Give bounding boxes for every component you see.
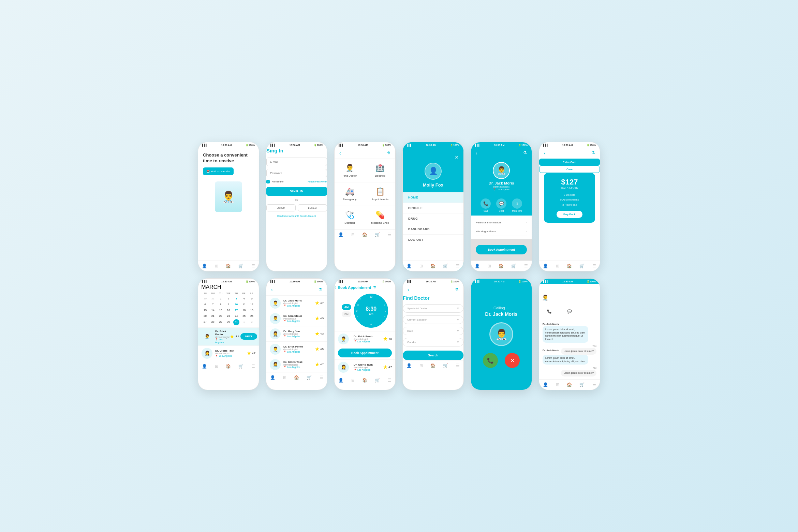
nav-cart-12[interactable]: 🛒	[579, 382, 585, 387]
nav-menu-8[interactable]: ☰	[320, 375, 323, 380]
nav-profile-5[interactable]: 👤	[475, 264, 480, 268]
buy-pack-button[interactable]: Buy Pack	[557, 211, 582, 218]
social-btn-1[interactable]: LOREM	[266, 204, 296, 211]
create-account-link[interactable]: Create Account	[300, 215, 316, 217]
nav-home-7[interactable]: 🏠	[226, 364, 231, 369]
nav-cart-8[interactable]: 🛒	[307, 375, 312, 380]
nav-profile-4[interactable]: 👤	[407, 264, 412, 268]
nav-cart-5[interactable]: 🛒	[511, 264, 516, 268]
nav-home-9[interactable]: 🏠	[362, 378, 367, 383]
nav-menu-3[interactable]: ☰	[388, 232, 391, 237]
filter-12[interactable]: ⚗	[596, 284, 600, 289]
nav-grid-10[interactable]: ⊞	[419, 363, 423, 368]
nav-menu-10[interactable]: ☰	[456, 363, 460, 368]
nav-home-icon[interactable]: 🏠	[226, 264, 231, 268]
social-btn-2[interactable]: LOREM	[298, 204, 327, 211]
nav-home-8[interactable]: 🏠	[294, 375, 299, 380]
tab-extra-care[interactable]: Extra Care	[539, 159, 600, 166]
search-button[interactable]: Search	[403, 351, 463, 360]
nav-grid-7[interactable]: ⊞	[215, 364, 218, 369]
drawer-dashboard[interactable]: DASHBOARD	[403, 224, 463, 235]
drawer-drug[interactable]: DRUG	[403, 213, 463, 224]
back-5[interactable]: ‹	[476, 150, 477, 156]
working-address-row[interactable]: Working address ›	[476, 227, 527, 236]
nav-menu-9[interactable]: ☰	[388, 378, 391, 383]
nav-home-6[interactable]: 🏠	[567, 264, 572, 268]
nav-grid-12[interactable]: ⊞	[556, 382, 559, 387]
chat-call-action[interactable]: 📞 Call	[545, 307, 554, 319]
nav-grid-6[interactable]: ⊞	[556, 264, 559, 268]
nav-grid-4[interactable]: ⊞	[419, 264, 423, 268]
nav-cart-4[interactable]: 🛒	[443, 264, 448, 268]
add-to-calendar-button[interactable]: 📅 Add to calendar	[203, 167, 234, 175]
next-month-button[interactable]: ›	[223, 284, 224, 290]
gender-dropdown[interactable]: Gander ∨	[403, 338, 463, 346]
nav-profile-9[interactable]: 👤	[338, 378, 343, 383]
nav-profile-12[interactable]: 👤	[543, 382, 548, 387]
chat-info-action[interactable]: ℹ More info	[585, 307, 594, 319]
nav-grid-icon[interactable]: ⊞	[215, 264, 218, 268]
reject-call-button[interactable]: ✕	[505, 353, 520, 368]
book-appointment-button-9[interactable]: Book Appointment	[338, 349, 392, 357]
drawer-logout[interactable]: LOG OUT	[403, 235, 463, 245]
doc-call-action[interactable]: 📞 Call	[481, 198, 491, 212]
filter-6[interactable]: ⚗	[591, 150, 595, 156]
chat-msg-action[interactable]: 💬 Chat	[565, 307, 574, 319]
nav-menu-4[interactable]: ☰	[456, 264, 460, 268]
nav-cart-7[interactable]: 🛒	[238, 364, 243, 369]
menu-emergency[interactable]: 🚑 Emergency	[335, 182, 365, 206]
nav-home-12[interactable]: 🏠	[567, 382, 572, 387]
drawer-profile[interactable]: PROFILE	[403, 203, 463, 213]
signin-button[interactable]: SING IN	[266, 187, 327, 196]
back-6[interactable]: ‹	[544, 150, 546, 156]
back-8[interactable]: ‹	[271, 287, 273, 292]
close-drawer-icon[interactable]: ✕	[455, 154, 459, 160]
location-dropdown[interactable]: Current Location ∨	[403, 315, 463, 324]
pm-button[interactable]: PM	[342, 311, 351, 317]
menu-doctriod-2[interactable]: 🩺 Doctriod	[335, 206, 365, 229]
nav-home-5[interactable]: 🏠	[499, 264, 504, 268]
remember-checkbox[interactable]: ✓	[266, 180, 270, 183]
menu-appointments[interactable]: 📋 Appointments	[365, 182, 396, 206]
nav-cart-10[interactable]: 🛒	[443, 363, 448, 368]
nav-home-3[interactable]: 🏠	[362, 232, 367, 237]
date-dropdown[interactable]: Date ∨	[403, 327, 463, 335]
back-10[interactable]: ‹	[408, 287, 409, 292]
filter-5[interactable]: ⚗	[523, 150, 527, 156]
nav-menu-icon[interactable]: ☰	[251, 264, 255, 268]
next-button[interactable]: NEXT	[240, 333, 257, 340]
menu-doctriod-1[interactable]: 🏥 Doctriod	[365, 159, 396, 182]
nav-profile-10[interactable]: 👤	[407, 363, 412, 368]
doc-mary[interactable]: 👩‍⚕️ Dr. Mary Jon dermatologist 📍 Los An…	[266, 326, 327, 341]
password-input[interactable]	[266, 169, 327, 177]
doctor-item-gloris[interactable]: 👩‍⚕️ Dr. Gloris Task dermatologist 📍 Los…	[198, 345, 259, 361]
nav-menu-6[interactable]: ☰	[592, 264, 596, 268]
nav-menu-7[interactable]: ☰	[251, 364, 255, 369]
nav-grid-8[interactable]: ⊞	[283, 375, 286, 380]
nav-profile-3[interactable]: 👤	[338, 232, 343, 237]
am-button[interactable]: AM	[342, 304, 351, 310]
nav-profile-icon[interactable]: 👤	[202, 264, 207, 268]
filter-9[interactable]: ⚗	[373, 285, 376, 290]
nav-cart-6[interactable]: 🛒	[579, 264, 585, 268]
nav-profile-6[interactable]: 👤	[543, 264, 548, 268]
nav-profile-8[interactable]: 👤	[270, 375, 275, 380]
tab-care[interactable]: Care	[539, 166, 600, 173]
doc-jack[interactable]: 👨‍⚕️ Dr. Jack Moris dermatologist 📍 Los …	[266, 295, 327, 311]
back-9[interactable]: ‹	[335, 284, 336, 290]
forget-password-link[interactable]: Forget Password?	[308, 180, 327, 183]
doctor-item-erick[interactable]: 👨‍⚕️ Dr. Erick Ponto dermatologist 📍 Los…	[198, 327, 259, 345]
nav-menu-5[interactable]: ☰	[524, 264, 528, 268]
doc-chat-action[interactable]: 💬 Chat	[496, 198, 506, 212]
menu-find-doctor[interactable]: 👨‍⚕️ Find Doctor	[335, 159, 365, 182]
drawer-home[interactable]: HOME	[403, 192, 463, 203]
doc-gloris-8[interactable]: 👩‍⚕️ Dr. Gloris Task dermatologist 📍 Los…	[266, 357, 327, 372]
accept-call-button[interactable]: 📞	[483, 353, 498, 368]
prev-month-button[interactable]: ‹	[198, 284, 200, 290]
menu-medicine-shop[interactable]: 💊 Medicine Shop	[365, 206, 396, 229]
nav-home-4[interactable]: 🏠	[430, 264, 435, 268]
back-12[interactable]: ‹	[539, 284, 541, 290]
personal-info-row[interactable]: Personal information ›	[476, 218, 527, 227]
nav-home-10[interactable]: 🏠	[430, 363, 435, 368]
filter-10[interactable]: ⚗	[455, 287, 459, 292]
